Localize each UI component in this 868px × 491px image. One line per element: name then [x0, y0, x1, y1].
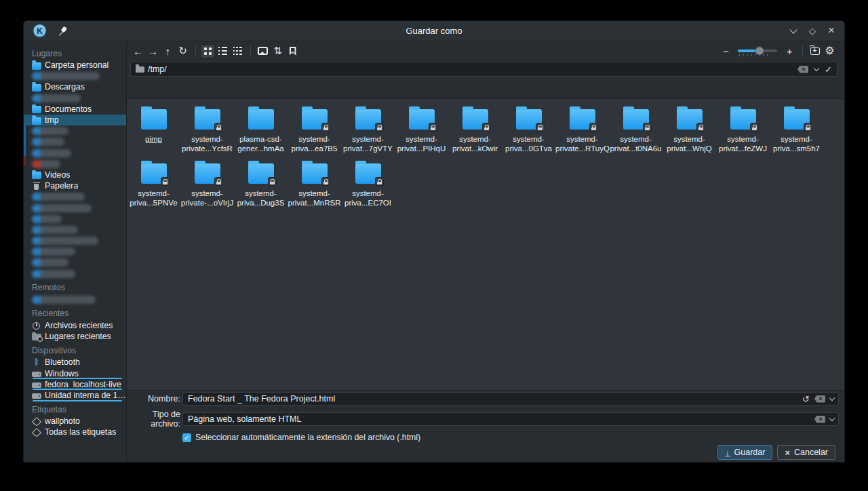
folder-item[interactable]: plasma-csd- gener...hmAa	[234, 106, 288, 154]
chevron-down-icon[interactable]	[814, 65, 819, 71]
save-button[interactable]: ↓ Guardar	[717, 445, 772, 460]
bookmark-button[interactable]	[285, 44, 300, 58]
sort-button[interactable]: ⇅	[271, 44, 285, 58]
sidebar-item[interactable]: fedora_localhost-live	[24, 379, 126, 390]
sidebar-item[interactable]: Lugares recientes	[24, 331, 126, 342]
separator	[802, 45, 803, 56]
preview-button[interactable]	[256, 44, 270, 58]
folder-item[interactable]: systemd- private...YcfsR	[180, 106, 234, 154]
list-view-button[interactable]	[216, 44, 230, 58]
zoom-in-button[interactable]: +	[783, 44, 797, 58]
save-dialog-window: K Guardar como ◇ × Lugares	[23, 20, 845, 463]
folder-item[interactable]: systemd- priva...sm5h7	[770, 106, 823, 154]
folder-item[interactable]: gimp	[127, 106, 180, 154]
sidebar-item[interactable]	[24, 191, 126, 202]
folder-item[interactable]: systemd- privat...kOwir	[448, 106, 502, 154]
blurred-entry	[32, 149, 71, 157]
folder-name: systemd- priva...0GTva	[502, 135, 555, 154]
zoom-slider[interactable]	[738, 50, 777, 52]
sidebar-item[interactable]: Recientes	[24, 307, 126, 320]
sidebar-item[interactable]: Descargas	[24, 81, 126, 92]
sidebar-item[interactable]	[24, 224, 126, 235]
sidebar-item[interactable]: Archivos recientes	[24, 320, 126, 331]
chevron-down-icon[interactable]	[829, 395, 835, 400]
location-bar[interactable]: /tmp/ ✓	[130, 62, 837, 77]
sidebar-item[interactable]: Bluetooth	[24, 357, 126, 368]
folder-icon	[623, 109, 649, 130]
close-button[interactable]: ×	[824, 24, 839, 39]
folder-item[interactable]: systemd- privat...PIHqU	[395, 106, 448, 154]
zoom-out-button[interactable]: −	[719, 44, 733, 58]
sidebar-item[interactable]	[24, 93, 126, 104]
maximize-button[interactable]: ◇	[805, 24, 820, 39]
sidebar-item[interactable]: Windows	[24, 368, 126, 379]
pin-icon[interactable]	[53, 22, 70, 39]
folder-item[interactable]: systemd- priva...EC7OI	[341, 161, 395, 208]
sidebar-item[interactable]	[24, 148, 126, 159]
new-folder-button[interactable]	[808, 44, 822, 58]
folder-icon	[355, 109, 381, 130]
sidebar-item[interactable]	[24, 125, 126, 136]
sidebar-item[interactable]	[24, 246, 126, 257]
folder-name: systemd- priva...Dug3S	[234, 189, 288, 208]
settings-button[interactable]: ⚙	[823, 44, 837, 58]
zoom-slider-handle[interactable]	[755, 47, 764, 56]
sidebar-item[interactable]	[24, 202, 126, 213]
icons-view-button[interactable]	[201, 44, 215, 58]
filetype-label: Tipo de archivo:	[127, 410, 180, 429]
sidebar-item[interactable]	[24, 269, 126, 279]
sidebar-item[interactable]: wallphoto	[24, 416, 126, 427]
chevron-down-icon[interactable]	[829, 415, 835, 420]
folder-icon	[409, 109, 435, 130]
sidebar-item[interactable]: Unidad interna de 1,0 Gi...	[24, 390, 126, 401]
minimize-button[interactable]	[786, 24, 801, 39]
filetype-combobox[interactable]: Página web, solamente HTML	[182, 412, 839, 426]
sidebar-item[interactable]: Videos	[24, 170, 126, 180]
filename-input[interactable]	[188, 394, 799, 404]
sidebar-item[interactable]	[24, 159, 126, 170]
sidebar-item[interactable]: tmp	[24, 115, 126, 125]
auto-extension-checkbox[interactable]: ✓	[182, 433, 191, 442]
folder-item[interactable]: systemd- privat...t0NA6u	[609, 106, 663, 154]
sidebar-item[interactable]: Documentos	[24, 104, 126, 115]
folder-item[interactable]: systemd- priva...5PNVe	[127, 161, 180, 208]
forward-button[interactable]: →	[146, 44, 160, 58]
folder-item[interactable]: systemd- privat...7gVTY	[341, 106, 395, 154]
up-button[interactable]: ↑	[161, 44, 175, 58]
sidebar-item[interactable]	[24, 294, 126, 305]
sidebar-item[interactable]: Papelera	[24, 180, 126, 191]
folder-item[interactable]: systemd- privat...feZWJ	[716, 106, 770, 154]
clear-location-icon[interactable]	[797, 66, 808, 73]
sidebar-item-label: Windows	[45, 369, 79, 378]
app-icon[interactable]: K	[33, 24, 46, 37]
folder-item[interactable]: systemd- priva...0GTva	[502, 106, 555, 154]
sidebar-item[interactable]: Lugares	[24, 47, 126, 60]
sidebar-item[interactable]: Etiquetas	[24, 403, 126, 416]
sidebar-item[interactable]: Todas las etiquetas	[24, 427, 126, 437]
cancel-button[interactable]: × Cancelar	[777, 445, 835, 460]
reload-button[interactable]: ↻	[176, 44, 190, 58]
sidebar-item[interactable]	[24, 214, 126, 224]
sidebar-item[interactable]: Carpeta personal	[24, 60, 126, 71]
sidebar-item[interactable]	[24, 71, 126, 81]
sidebar-item[interactable]	[24, 136, 126, 147]
sidebar-item[interactable]: Remotos	[24, 281, 126, 294]
details-view-button[interactable]	[231, 44, 245, 58]
clear-name-icon[interactable]	[814, 395, 825, 403]
folder-item[interactable]: systemd- private...RTuyQ	[555, 106, 609, 154]
clear-type-icon[interactable]	[814, 416, 825, 423]
undo-icon[interactable]: ↺	[802, 395, 810, 404]
sidebar-item[interactable]	[24, 257, 126, 268]
sidebar-item[interactable]: Dispositivos	[24, 344, 126, 357]
folder-item[interactable]: systemd- privat...WnjQ	[663, 106, 716, 154]
folder-item[interactable]: systemd- priva...Dug3S	[234, 161, 288, 208]
folder-icon	[302, 163, 328, 184]
sidebar-item[interactable]	[24, 235, 126, 246]
back-button[interactable]: ←	[131, 44, 145, 58]
folder-item[interactable]: systemd- priva...ea7B5	[288, 106, 341, 154]
lock-emblem-icon	[429, 123, 437, 132]
confirm-location-icon[interactable]: ✓	[825, 64, 832, 75]
folder-item[interactable]: systemd- private-...oVIrjJ	[180, 161, 234, 208]
blurred-entry	[32, 226, 78, 234]
folder-item[interactable]: systemd- privat...MnRSR	[288, 161, 341, 208]
